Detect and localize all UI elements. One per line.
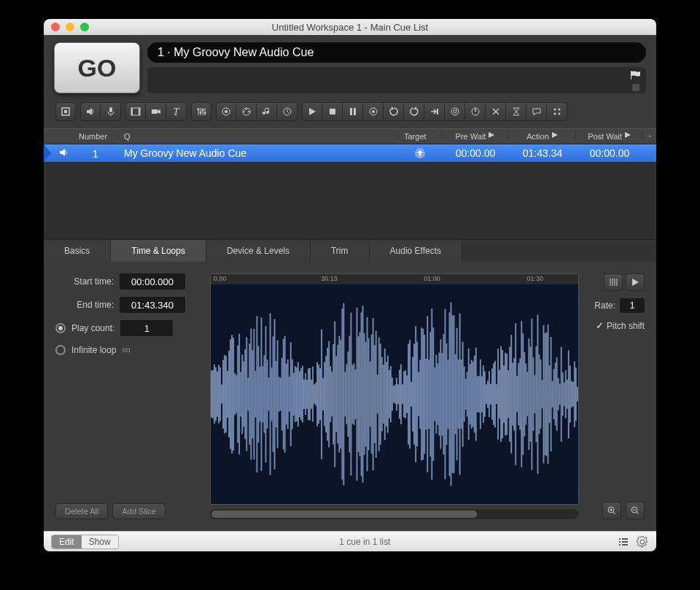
timecode-cue-icon[interactable] (277, 102, 298, 121)
pause-icon[interactable] (343, 102, 363, 121)
goto-icon[interactable] (424, 102, 445, 121)
zoom-out-button[interactable] (626, 502, 645, 519)
svg-rect-103 (315, 383, 316, 405)
svg-rect-106 (319, 368, 321, 420)
svg-rect-221 (489, 371, 490, 418)
flag-toggle[interactable] (632, 84, 639, 91)
lists-icon[interactable] (617, 535, 630, 548)
mic-cue-icon[interactable] (101, 102, 121, 121)
cue-row[interactable]: 1 My Groovy New Audio Cue 00:00.00 01:43… (44, 144, 656, 162)
svg-rect-125 (347, 352, 349, 437)
fade-cue-icon[interactable] (191, 102, 211, 121)
midi-file-cue-icon[interactable] (257, 102, 277, 121)
audio-cue-icon[interactable] (80, 102, 101, 121)
waveform-view[interactable]: 0.00 30.13 01:00 01:30 (210, 273, 579, 505)
cue-number[interactable]: 1 (73, 147, 118, 160)
end-time-field[interactable]: 01:43.340 (120, 297, 185, 313)
zoom-in-button[interactable] (602, 502, 621, 519)
pitch-shift-checkbox[interactable]: ✓ (596, 320, 604, 331)
svg-rect-248 (528, 338, 529, 450)
tab-basics[interactable]: Basics (44, 240, 111, 262)
svg-rect-123 (344, 372, 346, 416)
svg-rect-53 (241, 354, 243, 434)
disarm-icon[interactable] (486, 102, 506, 121)
integrated-fade-button[interactable] (604, 273, 623, 291)
window-zoom-button[interactable] (80, 23, 89, 31)
toolbar: T (54, 93, 646, 128)
rate-field[interactable]: 1 (620, 298, 645, 313)
flag-icon[interactable] (630, 69, 642, 82)
svg-rect-41 (224, 355, 225, 433)
delete-all-button[interactable]: Delete All (55, 503, 108, 519)
waveform-scrollbar[interactable] (210, 509, 579, 519)
svg-rect-124 (346, 364, 347, 424)
network-cue-icon[interactable] (216, 102, 236, 121)
svg-rect-58 (249, 343, 250, 445)
mode-edit[interactable]: Edit (52, 535, 82, 548)
midi-cue-icon[interactable] (236, 102, 257, 121)
svg-rect-228 (499, 370, 500, 419)
svg-rect-155 (392, 378, 393, 411)
col-action[interactable]: Action (509, 132, 576, 141)
cue-name[interactable]: My Groovy New Audio Cue (118, 147, 398, 159)
svg-rect-67 (262, 366, 264, 422)
play-icon[interactable] (302, 102, 322, 121)
cue-prewait[interactable]: 00:00.00 (442, 147, 509, 159)
wait-icon[interactable] (506, 102, 526, 121)
add-slice-button[interactable]: Add Slice (112, 503, 165, 519)
reset-icon[interactable] (384, 102, 404, 121)
text-cue-icon[interactable]: T (166, 102, 187, 121)
video-cue-icon[interactable] (125, 102, 146, 121)
target-icon[interactable] (445, 102, 465, 121)
stop-icon[interactable] (322, 102, 343, 121)
notes-field[interactable] (147, 67, 646, 93)
svg-rect-262 (549, 365, 551, 423)
devamp-icon[interactable] (404, 102, 424, 121)
mode-segmented-control[interactable]: Edit Show (51, 535, 119, 549)
tab-device-levels[interactable]: Device & Levels (206, 240, 311, 262)
col-prewait[interactable]: Pre Wait (442, 132, 509, 141)
window-minimize-button[interactable] (66, 23, 74, 31)
cue-postwait[interactable]: 00:00.00 (576, 147, 643, 159)
svg-rect-134 (361, 312, 362, 476)
camera-cue-icon[interactable] (146, 102, 166, 121)
svg-rect-79 (280, 378, 281, 411)
arm-icon[interactable] (465, 102, 486, 121)
start-time-label: Start time: (55, 276, 114, 287)
col-postwait[interactable]: Post Wait (576, 132, 643, 141)
cue-action[interactable]: 01:43.34 (509, 147, 576, 159)
mode-show[interactable]: Show (82, 535, 118, 548)
script-icon[interactable] (547, 102, 567, 121)
col-number[interactable]: Number (73, 132, 118, 141)
selected-cue-title[interactable]: 1 · My Groovy New Audio Cue (147, 42, 646, 63)
svg-rect-49 (236, 375, 237, 413)
col-q[interactable]: Q (118, 132, 398, 141)
svg-point-28 (558, 109, 560, 111)
svg-rect-177 (424, 335, 425, 454)
svg-rect-32 (211, 370, 212, 417)
start-time-field[interactable]: 00:00.000 (120, 273, 185, 290)
svg-rect-184 (434, 368, 435, 421)
settings-icon[interactable] (636, 535, 649, 548)
tab-trim[interactable]: Trim (311, 240, 370, 262)
window-close-button[interactable] (51, 23, 60, 31)
group-cue-icon[interactable] (55, 102, 76, 121)
col-continue[interactable] (643, 133, 656, 140)
svg-rect-212 (475, 348, 477, 441)
infinite-loop-radio[interactable] (55, 345, 66, 355)
load-icon[interactable] (363, 102, 384, 121)
go-button[interactable]: GO (54, 42, 140, 93)
waveform-icon (211, 284, 578, 504)
cue-target-icon[interactable] (415, 148, 425, 158)
tab-audio-effects[interactable]: Audio Effects (370, 240, 463, 262)
col-target[interactable]: Target (398, 132, 442, 141)
play-count-radio[interactable] (55, 323, 66, 333)
play-count-field[interactable]: 1 (120, 320, 173, 336)
preview-play-button[interactable] (626, 273, 645, 291)
svg-rect-252 (534, 376, 536, 414)
memo-icon[interactable] (526, 102, 547, 121)
tab-time-loops[interactable]: Time & Loops (111, 240, 206, 262)
svg-rect-167 (409, 340, 411, 449)
svg-rect-75 (274, 319, 276, 469)
svg-rect-174 (419, 360, 421, 428)
